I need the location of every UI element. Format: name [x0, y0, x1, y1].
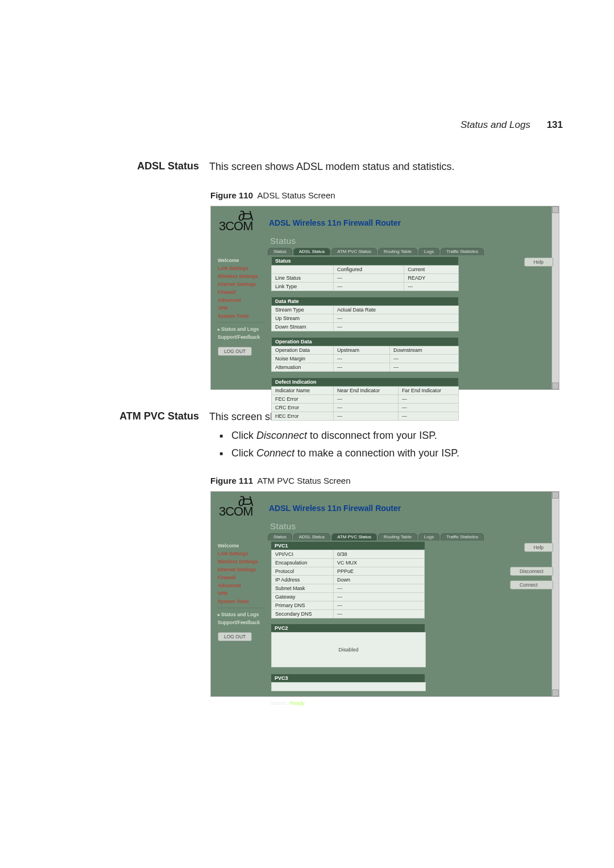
brand-logo: ∂⊃\ 3COM	[219, 212, 261, 234]
sidebar-item-vpn[interactable]: VPN	[218, 304, 265, 312]
pvc3-header: PVC3	[271, 674, 425, 682]
bullet-connect: Click Connect to make a connection with …	[219, 446, 563, 461]
figure-111-caption: Figure 111 ATM PVC Status Screen	[210, 476, 563, 485]
tab-adsl-status[interactable]: ADSL Status	[293, 248, 331, 255]
figure-110-caption: Figure 110 ADSL Status Screen	[210, 190, 563, 200]
page-number: 131	[547, 119, 563, 130]
atm-pvc-status-screenshot: ∂⊃\ 3COM ADSL Wireless 11n Firewall Rout…	[210, 491, 559, 697]
scroll-down-icon[interactable]	[552, 383, 559, 389]
pvc3-body	[271, 682, 426, 691]
sidebar-item-system-tools[interactable]: System Tools	[218, 312, 265, 320]
sidebar-item-welcome[interactable]: Welcome	[218, 256, 265, 264]
sidebar-item-wireless[interactable]: Wireless Settings	[218, 558, 265, 566]
tab-status[interactable]: Status	[268, 248, 292, 255]
logout-button[interactable]: LOG OUT	[218, 632, 252, 641]
help-button[interactable]: Help	[524, 543, 553, 552]
sidebar-item-wireless[interactable]: Wireless Settings	[218, 272, 265, 280]
sidebar-item-firewall[interactable]: Firewall	[218, 574, 265, 582]
tab-status[interactable]: Status	[268, 533, 292, 541]
sidebar-item-lan[interactable]: LAN Settings	[218, 264, 265, 272]
brand-logo: ∂⊃\ 3COM	[219, 497, 261, 519]
tab-routing-table[interactable]: Routing Table	[378, 248, 417, 255]
page-title: Status	[270, 521, 550, 531]
status-table: Status ConfiguredCurrent Line Status---R…	[271, 256, 459, 291]
sidebar-item-welcome[interactable]: Welcome	[218, 542, 265, 550]
tab-atm-pvc-status[interactable]: ATM PVC Status	[331, 248, 377, 255]
tab-traffic-statistics[interactable]: Traffic Statistics	[441, 533, 484, 541]
tab-bar: Status ADSL Status ATM PVC Status Routin…	[268, 248, 550, 255]
sidebar-item-internet[interactable]: Internet Settings	[218, 566, 265, 574]
logout-button[interactable]: LOG OUT	[218, 347, 252, 356]
tab-adsl-status[interactable]: ADSL Status	[293, 533, 331, 541]
connect-button[interactable]: Connect	[510, 580, 553, 589]
scroll-up-icon[interactable]	[552, 492, 559, 499]
sidebar: Welcome LAN Settings Wireless Settings I…	[218, 542, 265, 698]
section-heading-atm: ATM PVC Status	[114, 409, 209, 423]
adsl-intro: This screen shows ADSL modem status and …	[209, 159, 563, 175]
product-title: ADSL Wireless 11n Firewall Router	[269, 504, 401, 513]
tab-traffic-statistics[interactable]: Traffic Statistics	[441, 248, 484, 255]
defect-indication-table: Defect Indication Indicator NameNear End…	[271, 377, 459, 421]
pvc1-table: VPI/VCI0/38 EncapsulationVC MUX Protocol…	[271, 550, 425, 618]
page-title: Status	[270, 236, 550, 246]
pvc1-header: PVC1	[271, 542, 425, 550]
running-header: Status and Logs 131	[460, 119, 563, 131]
tab-logs[interactable]: Logs	[418, 533, 439, 541]
sidebar-item-vpn[interactable]: VPN	[218, 589, 265, 597]
adsl-status-screenshot: ∂⊃\ 3COM ADSL Wireless 11n Firewall Rout…	[210, 206, 559, 390]
sidebar-item-status-logs[interactable]: Status and Logs	[218, 325, 265, 333]
operation-data-table: Operation Data Operation DataUpstreamDow…	[271, 337, 459, 372]
tab-logs[interactable]: Logs	[418, 248, 439, 255]
pvc2-body: Disabled	[271, 632, 426, 667]
scrollbar[interactable]	[551, 206, 559, 389]
tab-bar: Status ADSL Status ATM PVC Status Routin…	[268, 533, 550, 541]
status-footer: Status:Ready	[270, 700, 550, 706]
scroll-up-icon[interactable]	[552, 206, 559, 213]
sidebar-item-firewall[interactable]: Firewall	[218, 288, 265, 296]
product-title: ADSL Wireless 11n Firewall Router	[269, 218, 401, 227]
tab-routing-table[interactable]: Routing Table	[378, 533, 417, 541]
sidebar-item-status-logs[interactable]: Status and Logs	[218, 610, 265, 618]
sidebar: Welcome LAN Settings Wireless Settings I…	[218, 256, 265, 426]
sidebar-item-internet[interactable]: Internet Settings	[218, 280, 265, 288]
scroll-down-icon[interactable]	[552, 690, 559, 696]
help-button[interactable]: Help	[524, 258, 553, 267]
sidebar-item-support[interactable]: Support/Feedback	[218, 333, 265, 341]
sidebar-item-lan[interactable]: LAN Settings	[218, 550, 265, 558]
scrollbar[interactable]	[551, 492, 559, 696]
sidebar-item-advanced[interactable]: Advanced	[218, 296, 265, 304]
data-rate-table: Data Rate Stream TypeActual Data Rate Up…	[271, 297, 459, 331]
sidebar-item-system-tools[interactable]: System Tools	[218, 597, 265, 605]
sidebar-item-advanced[interactable]: Advanced	[218, 582, 265, 589]
section-heading-adsl: ADSL Status	[114, 159, 209, 173]
sidebar-item-support[interactable]: Support/Feedback	[218, 618, 265, 626]
disconnect-button[interactable]: Disconnect	[510, 567, 553, 576]
pvc2-header: PVC2	[271, 624, 425, 632]
tab-atm-pvc-status[interactable]: ATM PVC Status	[331, 533, 377, 541]
section-name: Status and Logs	[460, 119, 530, 130]
